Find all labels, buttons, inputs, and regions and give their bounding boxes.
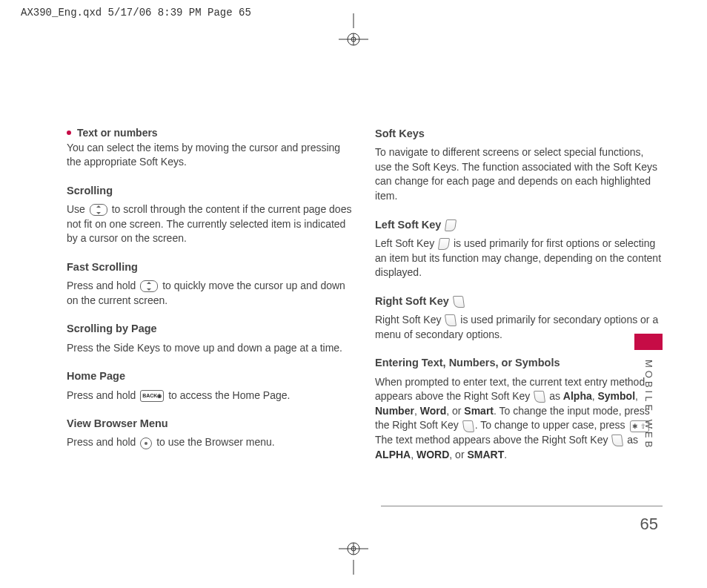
left-soft-key-title: Left Soft Key (375, 217, 663, 232)
page-number: 65 (640, 513, 658, 536)
nav-key-icon (140, 280, 158, 292)
fast-scrolling-body: Press and hold to quickly move the curso… (67, 279, 354, 308)
scrolling-body: Use to scroll through the content if the… (67, 202, 354, 246)
scroll-by-page-title: Scrolling by Page (67, 321, 354, 336)
crop-mark-bottom-icon (331, 538, 376, 575)
entering-text-title: Entering Text, Numbers, or Symbols (375, 355, 663, 370)
scroll-by-page-body: Press the Side Keys to move up and down … (67, 341, 354, 356)
nav-key-icon (90, 204, 107, 216)
right-softkey-icon (611, 435, 623, 446)
right-softkey-icon (534, 391, 545, 403)
soft-keys-title: Soft Keys (375, 126, 663, 141)
back-key-icon: BACK◉ (140, 390, 164, 402)
center-key-icon (140, 437, 152, 449)
soft-keys-body: To navigate to different screens or sele… (375, 145, 663, 203)
right-softkey-icon (462, 420, 474, 432)
scrolling-title: Scrolling (67, 183, 354, 198)
crop-header: AX390_Eng.qxd 5/17/06 8:39 PM Page 65 (21, 6, 251, 21)
right-softkey-icon (453, 296, 465, 308)
right-soft-key-title: Right Soft Key (375, 294, 663, 308)
bullet-title: Text or numbers (77, 126, 158, 141)
page-content: Text or numbers You can select the items… (67, 59, 663, 544)
left-softkey-icon (438, 238, 450, 250)
left-column: Text or numbers You can select the items… (67, 59, 354, 468)
side-tab (634, 334, 663, 350)
crop-mark-top-icon (331, 13, 376, 50)
browser-menu-body: Press and hold to use the Browser menu. (67, 435, 354, 450)
fast-scrolling-title: Fast Scrolling (67, 260, 354, 274)
right-column: Soft Keys To navigate to different scree… (375, 59, 663, 468)
bullet-body: You can select the items by moving the c… (67, 141, 354, 170)
right-softkey-icon (445, 314, 457, 326)
entering-text-body: When prompted to enter text, the current… (375, 375, 663, 463)
footer-rule (381, 506, 663, 506)
right-soft-key-body: Right Soft Key is used primarily for sec… (375, 313, 663, 342)
home-page-title: Home Page (67, 369, 354, 383)
browser-menu-title: View Browser Menu (67, 416, 354, 431)
left-soft-key-body: Left Soft Key is used primarily for firs… (375, 237, 663, 280)
bullet-icon (67, 131, 71, 135)
home-page-body: Press and hold BACK◉ to access the Home … (67, 389, 354, 403)
section-side-label: MOBILE WEB (642, 360, 655, 450)
left-softkey-icon (445, 219, 457, 231)
